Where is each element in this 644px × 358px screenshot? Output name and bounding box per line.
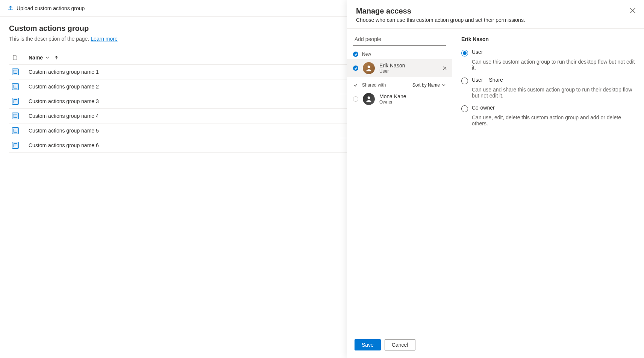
person-role: User	[379, 69, 405, 74]
panel-body: New Erik Nason User	[347, 29, 644, 334]
radio-coowner[interactable]	[461, 105, 468, 112]
remove-person-icon[interactable]	[442, 66, 447, 71]
panel-footer: Save Cancel	[347, 334, 644, 358]
perm-option-user[interactable]: User	[461, 49, 635, 56]
checkmark-icon	[353, 82, 358, 88]
upload-icon	[8, 5, 14, 11]
avatar	[363, 93, 375, 105]
learn-more-link[interactable]: Learn more	[91, 36, 118, 42]
perm-desc-coowner: Can use, edit, delete this custom action…	[472, 114, 635, 126]
group-icon	[12, 69, 19, 75]
group-icon	[12, 113, 19, 119]
svg-point-1	[368, 96, 370, 99]
radio-user-share[interactable]	[461, 78, 468, 84]
section-new-header[interactable]: New	[347, 49, 452, 59]
group-icon	[12, 127, 19, 134]
group-icon	[12, 98, 19, 105]
manage-access-panel: Manage access Choose who can use this cu…	[347, 0, 644, 358]
close-icon[interactable]	[629, 7, 636, 14]
save-button[interactable]: Save	[355, 339, 381, 350]
panel-header: Manage access Choose who can use this cu…	[347, 0, 644, 29]
group-icon	[12, 142, 19, 149]
perm-option-user-share[interactable]: User + Share	[461, 77, 635, 84]
cancel-button[interactable]: Cancel	[385, 339, 415, 350]
chevron-down-icon	[441, 83, 446, 87]
person-name: Mona Kane	[379, 93, 406, 99]
permissions-for-title: Erik Nason	[461, 36, 635, 42]
people-column: New Erik Nason User	[347, 29, 452, 334]
svg-point-0	[368, 66, 370, 68]
upload-button[interactable]: Upload custom actions group	[8, 5, 85, 11]
add-people-input[interactable]	[353, 33, 446, 46]
perm-desc-user-share: Can use and share this custom action gro…	[472, 87, 635, 99]
unchecked-badge-icon	[353, 96, 358, 102]
perm-desc-user: Can use this custom action group to run …	[472, 59, 635, 71]
person-row-mona[interactable]: Mona Kane Owner	[347, 90, 452, 108]
avatar	[363, 62, 375, 74]
person-row-erik[interactable]: Erik Nason User	[347, 59, 452, 77]
group-icon	[12, 83, 19, 90]
chevron-down-icon	[45, 55, 50, 60]
upload-label: Upload custom actions group	[17, 5, 85, 11]
perm-option-coowner[interactable]: Co-owner	[461, 105, 635, 112]
check-badge-icon	[353, 52, 358, 57]
th-file-icon[interactable]	[9, 51, 26, 65]
sort-by-link[interactable]: Sort by Name	[412, 82, 446, 88]
permissions-column: Erik Nason User Can use this custom acti…	[452, 29, 644, 334]
panel-subtitle: Choose who can use this custom action gr…	[356, 17, 635, 23]
section-shared-header[interactable]: Shared with Sort by Name	[347, 80, 452, 90]
panel-title: Manage access	[356, 7, 635, 15]
sort-arrow-up-icon	[54, 55, 59, 60]
person-role: Owner	[379, 99, 406, 105]
file-icon	[12, 55, 18, 61]
radio-user[interactable]	[461, 50, 468, 56]
check-badge-icon	[353, 66, 358, 71]
person-name: Erik Nason	[379, 62, 405, 69]
